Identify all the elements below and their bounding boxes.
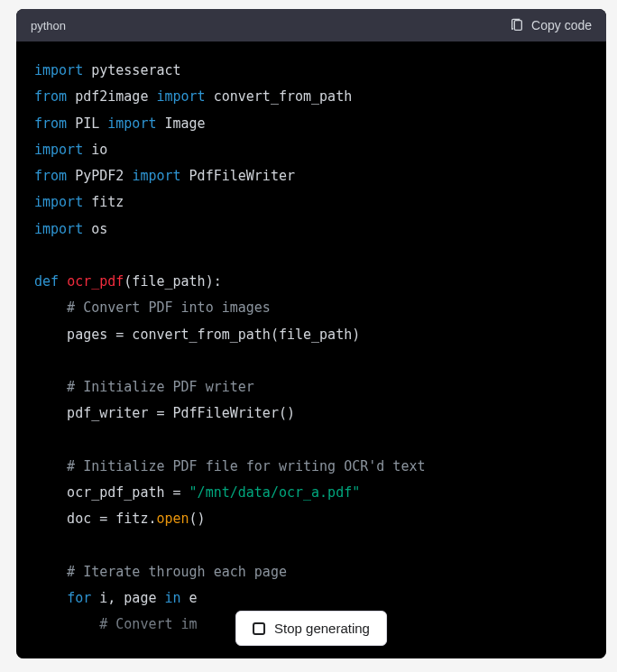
code-token: import	[34, 194, 83, 210]
code-token	[34, 590, 67, 606]
code-token: # Convert PDF into images	[34, 299, 271, 316]
code-token: for	[67, 590, 91, 606]
code-block: python Copy code import pytesseract from…	[16, 9, 606, 658]
copy-code-label: Copy code	[531, 18, 592, 32]
code-token: # Iterate through each page	[34, 564, 287, 580]
code-token: pytesseract	[83, 62, 180, 78]
code-token: in	[165, 590, 181, 606]
stop-generating-button[interactable]: Stop generating	[235, 611, 387, 646]
code-token: os	[83, 221, 107, 237]
code-token: (file_path):	[124, 273, 221, 290]
copy-code-button[interactable]: Copy code	[510, 18, 592, 32]
code-language-label: python	[31, 19, 66, 32]
code-token: from	[34, 168, 67, 184]
code-token: open	[156, 511, 189, 527]
code-token	[59, 273, 67, 290]
code-token: "/mnt/data/ocr_a.pdf"	[189, 484, 361, 501]
code-content: import pytesseract from pdf2image import…	[16, 41, 606, 655]
code-token: import	[34, 221, 83, 237]
code-token: Image	[156, 115, 205, 132]
code-token: ocr_pdf	[67, 273, 124, 290]
code-token: pages = convert_from_path(file_path)	[34, 327, 360, 343]
code-token: ()	[189, 511, 206, 527]
code-token: doc = fitz.	[34, 511, 156, 527]
code-token: import	[156, 88, 205, 105]
code-token: io	[83, 142, 107, 158]
code-header: python Copy code	[16, 9, 606, 41]
code-token: from	[34, 115, 67, 132]
code-token: fitz	[83, 194, 124, 210]
code-token: i, page	[91, 590, 164, 606]
svg-rect-0	[514, 21, 521, 31]
code-token: ocr_pdf_path =	[34, 484, 189, 501]
code-token: # Initialize PDF writer	[34, 379, 254, 395]
clipboard-icon	[510, 18, 524, 32]
code-token: PdfFileWriter	[181, 168, 295, 184]
code-token: def	[34, 273, 59, 290]
code-token: convert_from_path	[206, 88, 353, 105]
stop-generating-label: Stop generating	[274, 621, 370, 636]
code-token: import	[132, 168, 180, 184]
code-token: # Convert im	[34, 616, 198, 632]
code-token: pdf2image	[67, 88, 156, 105]
code-token: pdf_writer = PdfFileWriter()	[34, 405, 295, 421]
code-token: # Initialize PDF file for writing OCR'd …	[34, 458, 425, 474]
code-token: from	[34, 88, 67, 105]
code-token: import	[107, 115, 156, 132]
code-token: PyPDF2	[67, 168, 132, 184]
code-token: import	[34, 62, 83, 78]
code-token: e	[181, 590, 198, 606]
code-token: PIL	[67, 115, 107, 132]
stop-icon	[253, 622, 265, 635]
code-token: import	[34, 142, 83, 158]
